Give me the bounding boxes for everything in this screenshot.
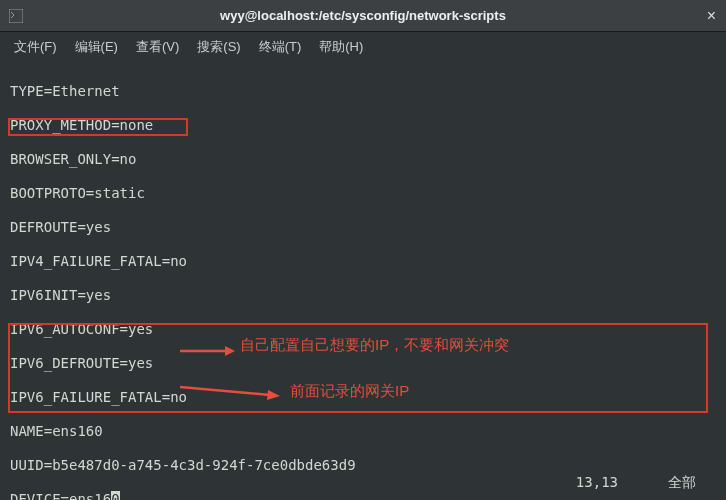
- cursor: 0: [111, 491, 119, 500]
- config-line: PROXY_METHOD=none: [10, 117, 716, 134]
- scroll-indicator: 全部: [668, 474, 696, 492]
- svg-rect-0: [9, 9, 23, 23]
- config-line: IPV4_FAILURE_FATAL=no: [10, 253, 716, 270]
- close-icon[interactable]: ×: [707, 7, 716, 25]
- terminal-content[interactable]: TYPE=Ethernet PROXY_METHOD=none BROWSER_…: [0, 62, 726, 500]
- cursor-position: 13,13: [576, 474, 618, 492]
- menu-file[interactable]: 文件(F): [8, 34, 63, 60]
- terminal-icon: [8, 8, 24, 24]
- config-line-device: DEVICE=ens160: [10, 491, 716, 500]
- config-line: NAME=ens160: [10, 423, 716, 440]
- config-line: BROWSER_ONLY=no: [10, 151, 716, 168]
- menu-search[interactable]: 搜索(S): [191, 34, 246, 60]
- menu-edit[interactable]: 编辑(E): [69, 34, 124, 60]
- vim-statusbar: 13,13 全部: [0, 474, 726, 492]
- config-line: IPV6_FAILURE_FATAL=no: [10, 389, 716, 406]
- window-titlebar: wyy@localhost:/etc/sysconfig/network-scr…: [0, 0, 726, 32]
- window-title: wyy@localhost:/etc/sysconfig/network-scr…: [220, 8, 506, 23]
- menu-help[interactable]: 帮助(H): [313, 34, 369, 60]
- config-line: UUID=b5e487d0-a745-4c3d-924f-7ce0dbde63d…: [10, 457, 716, 474]
- menu-terminal[interactable]: 终端(T): [253, 34, 308, 60]
- config-line: IPV6_AUTOCONF=yes: [10, 321, 716, 338]
- menu-bar: 文件(F) 编辑(E) 查看(V) 搜索(S) 终端(T) 帮助(H): [0, 32, 726, 62]
- config-line: TYPE=Ethernet: [10, 83, 716, 100]
- config-line: IPV6_DEFROUTE=yes: [10, 355, 716, 372]
- config-line-bootproto: BOOTPROTO=static: [10, 185, 716, 202]
- config-line: DEFROUTE=yes: [10, 219, 716, 236]
- menu-view[interactable]: 查看(V): [130, 34, 185, 60]
- config-line: IPV6INIT=yes: [10, 287, 716, 304]
